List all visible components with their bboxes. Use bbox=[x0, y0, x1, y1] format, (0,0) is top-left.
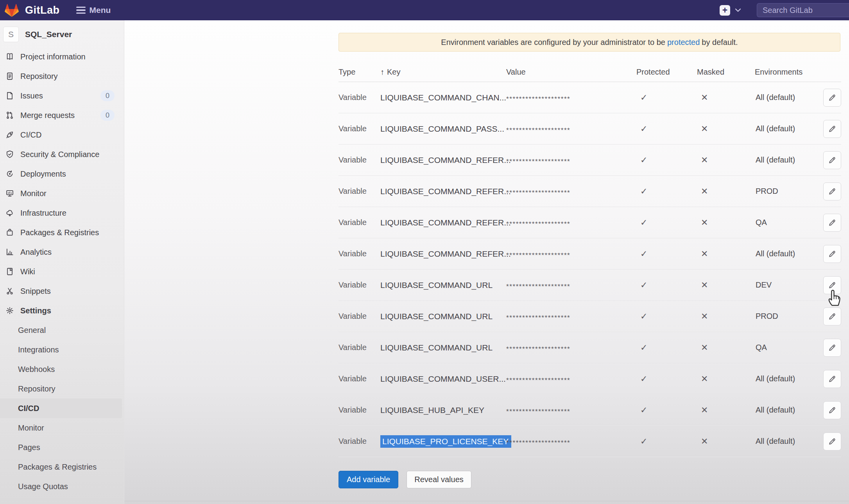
sidebar-item-label: Wiki bbox=[20, 267, 35, 276]
sidebar-item-monitor[interactable]: Monitor bbox=[0, 184, 124, 203]
column-header-type[interactable]: Type bbox=[339, 68, 380, 77]
column-header-environments[interactable]: Environments bbox=[755, 68, 816, 77]
sidebar: S SQL_Server Project informationReposito… bbox=[0, 20, 124, 504]
protected-check-icon: ✓ bbox=[636, 343, 697, 353]
variable-key-cell: LIQUIBASE_COMMAND_URL bbox=[380, 343, 506, 352]
edit-cell bbox=[816, 120, 841, 138]
variable-key-cell: LIQUIBASE_COMMAND_CHAN... bbox=[380, 93, 506, 102]
gitlab-tanuki-icon bbox=[5, 4, 19, 17]
variable-type-cell: Variable bbox=[339, 312, 380, 321]
column-header-key[interactable]: ↑ Key bbox=[380, 68, 506, 77]
variable-key-cell: LIQUIBASE_COMMAND_URL bbox=[380, 312, 506, 321]
edit-cell bbox=[816, 433, 841, 450]
table-row: VariableLIQUIBASE_COMMAND_CHAN...*******… bbox=[339, 82, 841, 113]
variable-key-text: LIQUIBASE_COMMAND_USER... bbox=[380, 374, 506, 383]
variable-key-text: LIQUIBASE_COMMAND_URL bbox=[380, 343, 493, 352]
sidebar-item-analytics[interactable]: Analytics bbox=[0, 242, 124, 262]
edit-variable-button[interactable] bbox=[823, 307, 841, 325]
project-avatar: S bbox=[3, 27, 19, 42]
sidebar-item-issues[interactable]: Issues0 bbox=[0, 86, 124, 105]
settings-submenu-item-repository[interactable]: Repository bbox=[0, 379, 124, 399]
reveal-values-button[interactable]: Reveal values bbox=[407, 471, 471, 488]
sidebar-item-snippets[interactable]: Snippets bbox=[0, 281, 124, 301]
column-header-protected[interactable]: Protected bbox=[636, 68, 697, 77]
table-row: VariableLIQUIBASE_COMMAND_REFER...******… bbox=[339, 207, 841, 238]
protected-check-icon: ✓ bbox=[636, 218, 697, 228]
hamburger-icon bbox=[76, 7, 86, 14]
sidebar-item-label: Security & Compliance bbox=[20, 150, 99, 159]
search-input[interactable] bbox=[757, 3, 849, 17]
new-item-button[interactable]: + bbox=[720, 5, 730, 16]
sidebar-item-settings[interactable]: Settings bbox=[0, 301, 124, 320]
edit-variable-button[interactable] bbox=[823, 401, 841, 419]
sidebar-item-repository[interactable]: Repository bbox=[0, 66, 124, 86]
sort-ascending-icon: ↑ bbox=[380, 68, 384, 77]
table-actions: Add variable Reveal values bbox=[339, 471, 471, 488]
sidebar-item-wiki[interactable]: Wiki bbox=[0, 262, 124, 281]
masked-cross-icon: ✕ bbox=[697, 436, 755, 447]
project-header-link[interactable]: S SQL_Server bbox=[0, 20, 124, 42]
gitlab-home-link[interactable]: GitLab bbox=[5, 4, 60, 17]
variable-masked-value-cell: ******************** bbox=[506, 158, 636, 166]
column-header-value[interactable]: Value bbox=[506, 68, 636, 77]
sidebar-item-security-compliance[interactable]: Security & Compliance bbox=[0, 145, 124, 164]
variable-type-cell: Variable bbox=[339, 93, 380, 102]
edit-variable-button[interactable] bbox=[823, 214, 841, 232]
sidebar-nav: Project informationRepositoryIssues0Merg… bbox=[0, 47, 124, 496]
edit-variable-button[interactable] bbox=[823, 339, 841, 357]
variable-masked-value-cell: ******************** bbox=[506, 189, 636, 197]
settings-submenu-item-monitor[interactable]: Monitor bbox=[0, 418, 124, 438]
chevron-down-icon[interactable] bbox=[735, 8, 741, 12]
menu-button[interactable]: Menu bbox=[76, 5, 111, 15]
column-header-masked[interactable]: Masked bbox=[697, 68, 755, 77]
variable-key-text: LIQUIBASE_COMMAND_PASS... bbox=[380, 124, 504, 133]
edit-variable-button[interactable] bbox=[823, 151, 841, 169]
sidebar-item-deployments[interactable]: Deployments bbox=[0, 164, 124, 184]
edit-variable-button[interactable] bbox=[823, 433, 841, 450]
settings-submenu-item-pages[interactable]: Pages bbox=[0, 438, 124, 457]
sidebar-item-merge-requests[interactable]: Merge requests0 bbox=[0, 105, 124, 125]
protected-link[interactable]: protected bbox=[667, 38, 700, 47]
settings-submenu-item-usage-quotas[interactable]: Usage Quotas bbox=[0, 477, 124, 496]
settings-submenu-item-integrations[interactable]: Integrations bbox=[0, 340, 124, 359]
edit-variable-button[interactable] bbox=[823, 370, 841, 388]
environment-scope-cell: QA bbox=[755, 343, 816, 352]
deployments-icon bbox=[5, 169, 14, 179]
environment-scope-cell: All (default) bbox=[755, 124, 816, 133]
table-row: VariableLIQUIBASE_COMMAND_URL***********… bbox=[339, 301, 841, 332]
add-variable-button[interactable]: Add variable bbox=[339, 471, 398, 488]
menu-label: Menu bbox=[90, 5, 111, 15]
variable-type-cell: Variable bbox=[339, 249, 380, 258]
analytics-icon bbox=[5, 247, 14, 257]
edit-cell bbox=[816, 339, 841, 357]
sidebar-item-label: Settings bbox=[20, 306, 51, 315]
variable-type-cell: Variable bbox=[339, 187, 380, 196]
sidebar-item-infrastructure[interactable]: Infrastructure bbox=[0, 203, 124, 223]
protected-check-icon: ✓ bbox=[636, 186, 697, 197]
settings-submenu-item-ci-cd[interactable]: CI/CD bbox=[0, 399, 122, 418]
variable-key-text: LIQUIBASE_COMMAND_CHAN... bbox=[380, 93, 506, 102]
sidebar-item-project-information[interactable]: Project information bbox=[0, 47, 124, 66]
edit-variable-button[interactable] bbox=[823, 120, 841, 138]
sidebar-item-label: Snippets bbox=[20, 287, 51, 296]
table-header-row: Type ↑ Key Value Protected Masked Enviro… bbox=[339, 63, 841, 82]
variable-key-cell: LIQUIBASE_COMMAND_REFER... bbox=[380, 218, 506, 227]
edit-variable-button[interactable] bbox=[823, 245, 841, 263]
edit-variable-button[interactable] bbox=[823, 182, 841, 200]
variable-type-cell: Variable bbox=[339, 281, 380, 290]
masked-cross-icon: ✕ bbox=[697, 155, 755, 165]
sidebar-item-ci-cd[interactable]: CI/CD bbox=[0, 125, 124, 145]
table-row: VariableLIQUIBASE_COMMAND_REFER...******… bbox=[339, 145, 841, 176]
settings-submenu-item-general[interactable]: General bbox=[0, 320, 124, 340]
variable-key-cell: LIQUIBASE_COMMAND_REFER... bbox=[380, 249, 506, 259]
edit-cell bbox=[816, 276, 841, 294]
sidebar-item-label: Project information bbox=[20, 52, 86, 61]
settings-submenu-item-packages-registries[interactable]: Packages & Registries bbox=[0, 457, 124, 477]
infrastructure-icon bbox=[5, 208, 14, 218]
edit-variable-button[interactable] bbox=[823, 89, 841, 107]
admin-banner: Environment variables are configured by … bbox=[339, 33, 840, 52]
settings-submenu-item-webhooks[interactable]: Webhooks bbox=[0, 359, 124, 379]
edit-variable-button[interactable] bbox=[823, 276, 841, 294]
variable-type-cell: Variable bbox=[339, 437, 380, 446]
sidebar-item-packages-registries[interactable]: Packages & Registries bbox=[0, 223, 124, 242]
